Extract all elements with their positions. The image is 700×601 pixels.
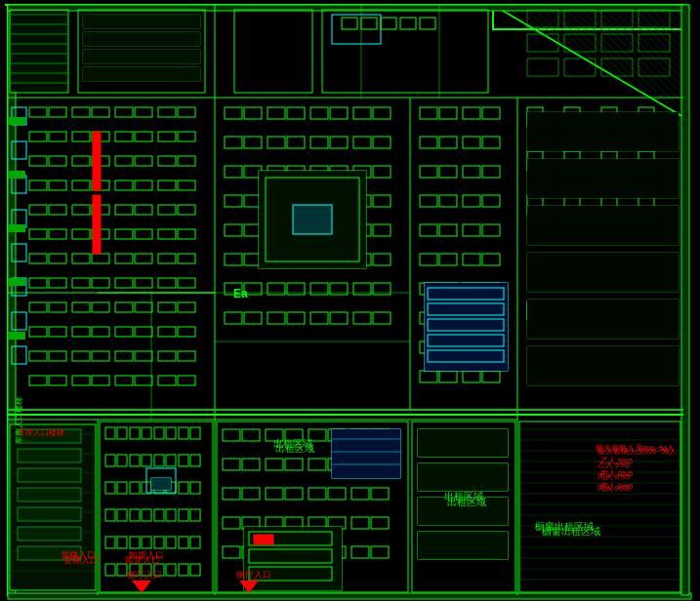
floor-plan-container: 车库入口楼梯 货梯入口 卸货入口 出租区域 出租区域 橱窗出租区域 最大容纳人员… bbox=[0, 0, 700, 601]
floor-plan-canvas bbox=[0, 0, 700, 601]
